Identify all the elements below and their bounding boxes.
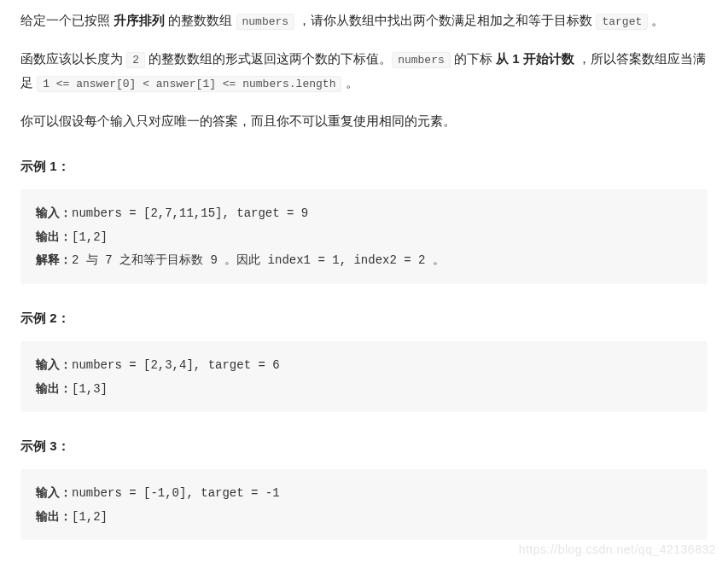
example-2-title: 示例 2： (20, 306, 708, 329)
text: 的整数数组的形式返回这两个数的下标值。 (145, 51, 392, 66)
example-2-block: 输入：numbers = [2,3,4], target = 6 输出：[1,3… (20, 341, 708, 412)
text: 的整数数组 (168, 13, 236, 27)
example-1-input: numbers = [2,7,11,15], target = 9 (72, 206, 308, 220)
input-label: 输入： (36, 357, 72, 371)
bold-one-indexed: 从 1 开始计数 (496, 51, 574, 66)
bold-sorted: 升序排列 (114, 13, 168, 27)
example-2-output: [1,3] (72, 382, 108, 396)
text: 给定一个已按照 (20, 13, 114, 27)
example-3-output: [1,2] (72, 510, 108, 524)
example-3-title: 示例 3： (20, 434, 708, 457)
example-1-block: 输入：numbers = [2,7,11,15], target = 9 输出：… (20, 189, 708, 284)
code-two: 2 (126, 52, 145, 68)
input-label: 输入： (36, 206, 72, 219)
input-label: 输入： (36, 485, 72, 499)
code-numbers: numbers (236, 14, 295, 30)
example-1-output: [1,2] (72, 230, 108, 244)
output-label: 输出： (36, 509, 72, 523)
intro-paragraph-3: 你可以假设每个输入只对应唯一的答案，而且你不可以重复使用相同的元素。 (20, 109, 708, 132)
intro-paragraph-2: 函数应该以长度为 2 的整数数组的形式返回这两个数的下标值。numbers 的下… (20, 47, 708, 94)
text: 的下标 (451, 51, 496, 66)
explain-label: 解释： (36, 252, 72, 266)
watermark: https://blog.csdn.net/qq_42136832 (519, 539, 716, 560)
text: ，请你从数组中找出两个数满足相加之和等于目标数 (294, 13, 596, 27)
code-target: target (596, 14, 648, 30)
text: 。 (341, 75, 358, 90)
example-2-input: numbers = [2,3,4], target = 6 (72, 358, 280, 372)
intro-paragraph-1: 给定一个已按照 升序排列 的整数数组 numbers ，请你从数组中找出两个数满… (20, 9, 708, 32)
output-label: 输出： (36, 229, 72, 243)
example-1-title: 示例 1： (20, 154, 708, 177)
example-1-explain: 2 与 7 之和等于目标数 9 。因此 index1 = 1, index2 =… (72, 253, 445, 267)
output-label: 输出： (36, 381, 72, 395)
code-constraint: 1 <= answer[0] < answer[1] <= numbers.le… (37, 76, 341, 92)
example-3-block: 输入：numbers = [-1,0], target = -1 输出：[1,2… (20, 469, 708, 540)
text: 函数应该以长度为 (20, 51, 126, 66)
code-numbers: numbers (392, 52, 451, 68)
problem-description: 给定一个已按照 升序排列 的整数数组 numbers ，请你从数组中找出两个数满… (0, 0, 728, 564)
example-3-input: numbers = [-1,0], target = -1 (72, 486, 280, 500)
text: 。 (648, 13, 664, 27)
